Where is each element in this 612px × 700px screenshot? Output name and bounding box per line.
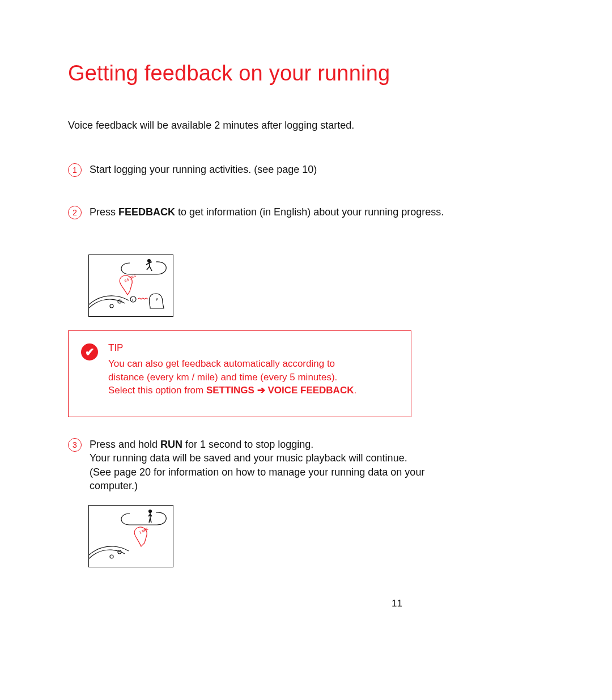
checkmark-icon: ✔ bbox=[81, 343, 98, 360]
step-text: Press and hold RUN for 1 second to stop … bbox=[90, 438, 452, 493]
step-text: Start logging your running activities. (… bbox=[90, 163, 317, 176]
bold-feedback: FEEDBACK bbox=[118, 206, 175, 218]
svg-point-5 bbox=[110, 555, 113, 558]
step-3: 3 Press and hold RUN for 1 second to sto… bbox=[68, 438, 544, 493]
step-1: 1 Start logging your running activities.… bbox=[68, 163, 544, 177]
illustration-hold-run: 1 SEC bbox=[88, 505, 173, 567]
step-2: 2 Press FEEDBACK to get information (in … bbox=[68, 205, 544, 219]
t: Press bbox=[90, 206, 118, 218]
bold-run: RUN bbox=[160, 439, 182, 450]
tip-box: ✔ TIP You can also get feedback automati… bbox=[68, 330, 411, 417]
t: for 1 second to stop logging. bbox=[182, 439, 313, 450]
t: (See page 20 for information on how to m… bbox=[90, 466, 424, 491]
svg-point-2 bbox=[130, 296, 136, 302]
t: Your running data will be saved and your… bbox=[90, 452, 407, 464]
intro-text: Voice feedback will be available 2 minut… bbox=[68, 120, 544, 131]
svg-point-0 bbox=[110, 304, 113, 308]
tip-line1: You can also get feedback automatically … bbox=[108, 357, 346, 384]
page-title: Getting feedback on your running bbox=[68, 61, 544, 86]
steps-list: 1 Start logging your running activities.… bbox=[68, 163, 544, 584]
step-number-icon: 3 bbox=[68, 438, 82, 452]
page-number: 11 bbox=[392, 598, 402, 609]
tip-line2: Select this option from SETTINGS ➔ VOICE… bbox=[108, 384, 356, 397]
tip-text: TIP You can also get feedback automatica… bbox=[108, 341, 356, 397]
t: to get information (in English) about yo… bbox=[175, 206, 444, 218]
manual-page: Getting feedback on your running Voice f… bbox=[0, 0, 612, 700]
svg-point-7 bbox=[149, 510, 152, 513]
bold-settings-path: SETTINGS ➔ VOICE FEEDBACK bbox=[206, 385, 354, 396]
step-text: Press FEEDBACK to get information (in En… bbox=[90, 205, 444, 219]
step-number-icon: 2 bbox=[68, 206, 82, 219]
t: Press and hold bbox=[90, 439, 160, 450]
t: Select this option from bbox=[108, 385, 206, 396]
svg-point-4 bbox=[148, 260, 151, 262]
illustration-press-feedback: 0.5 SEC i bbox=[88, 254, 173, 317]
tip-label: TIP bbox=[108, 341, 356, 355]
t: . bbox=[354, 385, 356, 396]
step-number-icon: 1 bbox=[68, 163, 82, 177]
svg-text:i: i bbox=[132, 298, 133, 302]
